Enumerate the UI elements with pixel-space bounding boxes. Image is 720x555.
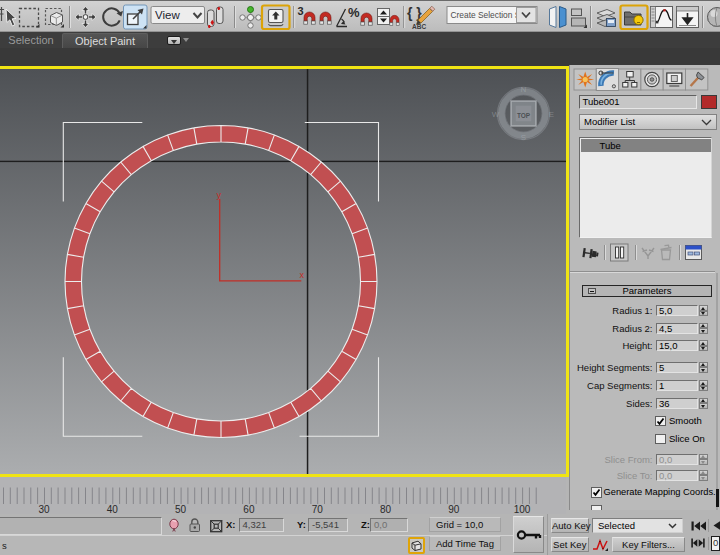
svg-text:N: N: [521, 84, 527, 93]
svg-text:ABC: ABC: [412, 23, 426, 30]
svg-text:40: 40: [107, 504, 119, 515]
svg-text:x: x: [300, 269, 305, 279]
svg-text:y: y: [217, 189, 222, 199]
svg-text:80: 80: [380, 504, 392, 515]
svg-text:View: View: [155, 9, 180, 21]
svg-text:%: %: [348, 5, 360, 20]
svg-text:E: E: [549, 109, 554, 118]
svg-text:Create Selection Se: Create Selection Se: [451, 10, 526, 20]
svg-text:3: 3: [298, 5, 304, 17]
svg-text:60: 60: [243, 504, 255, 515]
svg-text:TOP: TOP: [517, 112, 531, 119]
svg-text:70: 70: [312, 504, 324, 515]
svg-text:50: 50: [175, 504, 187, 515]
svg-text:30: 30: [38, 504, 50, 515]
svg-text:90: 90: [448, 504, 460, 515]
svg-text:100: 100: [514, 504, 531, 515]
svg-text:S: S: [521, 133, 526, 142]
svg-text:W: W: [492, 109, 500, 118]
